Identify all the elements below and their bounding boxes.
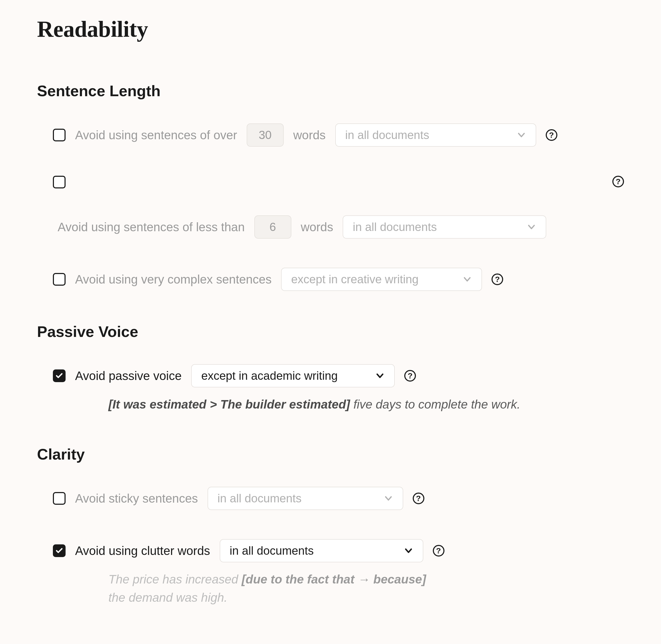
example-passive-voice: [It was estimated > The builder estimate… (37, 395, 592, 414)
option-sentence-over: Avoid using sentences of over words in a… (37, 123, 624, 147)
checkbox-clutter-words[interactable] (53, 544, 66, 557)
select-sentence-under-scope[interactable]: in all documents (343, 215, 546, 239)
label-clutter-words: Avoid using clutter words (75, 544, 210, 558)
label-sentence-under-after: words (301, 220, 333, 234)
section-title-clarity: Clarity (37, 445, 624, 463)
section-clarity: Clarity Avoid sticky sentences in all do… (37, 445, 624, 607)
check-icon (55, 372, 63, 380)
option-clutter-words: Avoid using clutter words in all documen… (37, 539, 624, 562)
label-passive-voice: Avoid passive voice (75, 369, 182, 383)
select-sentence-over-scope[interactable]: in all documents (335, 123, 536, 147)
select-sentence-complex-scope[interactable]: except in creative writing (281, 268, 482, 291)
option-sentence-complex: Avoid using very complex sentences excep… (37, 268, 624, 291)
example-after: the demand was high. (108, 591, 227, 604)
chevron-down-icon (462, 275, 472, 284)
chevron-down-icon (516, 130, 526, 140)
option-sticky-sentences: Avoid sticky sentences in all documents … (37, 487, 624, 510)
label-sentence-over-after: words (293, 128, 326, 142)
input-sentence-under-value[interactable] (255, 215, 291, 239)
select-clutter-scope[interactable]: in all documents (220, 539, 423, 562)
example-clutter-words: The price has increased [due to the fact… (37, 570, 592, 607)
checkbox-sentence-complex[interactable] (53, 273, 66, 286)
section-passive-voice: Passive Voice Avoid passive voice except… (37, 323, 624, 414)
select-text: in all documents (218, 492, 302, 505)
checkbox-sticky-sentences[interactable] (53, 492, 66, 505)
select-text: except in academic writing (201, 369, 338, 383)
label-sticky-sentences: Avoid sticky sentences (75, 491, 198, 506)
select-sticky-scope[interactable]: in all documents (207, 487, 403, 510)
option-passive-voice: Avoid passive voice except in academic w… (37, 364, 624, 387)
help-icon[interactable]: ? (491, 274, 503, 285)
page-title: Readability (37, 16, 624, 42)
select-passive-voice-scope[interactable]: except in academic writing (191, 364, 395, 387)
chevron-down-icon (384, 493, 393, 503)
option-sentence-under: ? Avoid using sentences of less than wor… (37, 176, 624, 239)
example-bold: [due to the fact that → because] (242, 572, 426, 586)
section-title-sentence-length: Sentence Length (37, 82, 624, 100)
check-icon (55, 547, 63, 555)
select-text: in all documents (345, 129, 429, 142)
checkbox-sentence-over[interactable] (53, 129, 66, 141)
input-sentence-over-value[interactable] (247, 123, 284, 147)
chevron-down-icon (404, 546, 413, 555)
example-before: The price has increased (108, 572, 242, 586)
label-sentence-over-before: Avoid using sentences of over (75, 128, 237, 142)
help-icon[interactable]: ? (413, 492, 424, 504)
help-icon[interactable]: ? (546, 129, 557, 141)
chevron-down-icon (527, 222, 536, 232)
example-rest: five days to complete the work. (350, 397, 520, 411)
checkbox-passive-voice[interactable] (53, 369, 66, 382)
help-icon[interactable]: ? (404, 370, 416, 382)
section-title-passive-voice: Passive Voice (37, 323, 624, 340)
chevron-down-icon (375, 371, 385, 381)
select-text: except in creative writing (291, 273, 419, 286)
help-icon[interactable]: ? (612, 176, 624, 187)
select-text: in all documents (353, 221, 437, 234)
select-text: in all documents (230, 544, 314, 557)
label-sentence-under-before: Avoid using sentences of less than (58, 220, 245, 234)
checkbox-sentence-under[interactable] (53, 176, 66, 188)
example-bold: [It was estimated > The builder estimate… (108, 397, 350, 411)
label-sentence-complex: Avoid using very complex sentences (75, 272, 271, 286)
help-icon[interactable]: ? (433, 545, 444, 556)
section-sentence-length: Sentence Length Avoid using sentences of… (37, 82, 624, 291)
